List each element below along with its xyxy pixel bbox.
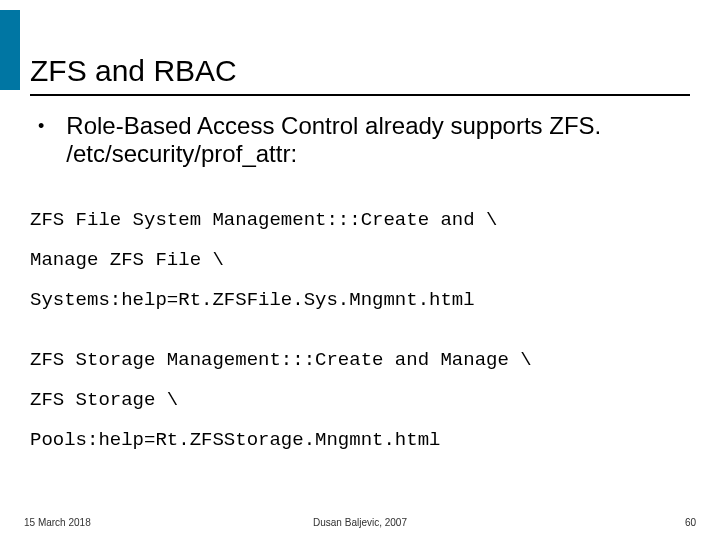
code-line: Manage ZFS File \ xyxy=(30,240,690,280)
bullet-dot-icon: • xyxy=(38,112,44,140)
code-line: Pools:help=Rt.ZFSStorage.Mngmnt.html xyxy=(30,420,690,460)
title-underline xyxy=(30,94,690,96)
slide-title: ZFS and RBAC xyxy=(30,54,237,88)
slide: ZFS and RBAC • Role-Based Access Control… xyxy=(0,0,720,540)
footer-author: Dusan Baljevic, 2007 xyxy=(313,517,407,528)
code-line: ZFS File System Management:::Create and … xyxy=(30,200,690,240)
code-block-storage: ZFS Storage Management:::Create and Mana… xyxy=(30,340,690,460)
code-block-filesystem: ZFS File System Management:::Create and … xyxy=(30,200,690,320)
footer-page-number: 60 xyxy=(685,517,696,528)
bullet-item: • Role-Based Access Control already supp… xyxy=(38,112,678,168)
code-line: ZFS Storage \ xyxy=(30,380,690,420)
accent-bar xyxy=(0,10,20,90)
bullet-text: Role-Based Access Control already suppor… xyxy=(66,112,678,168)
code-line: Systems:help=Rt.ZFSFile.Sys.Mngmnt.html xyxy=(30,280,690,320)
slide-footer: 15 March 2018 Dusan Baljevic, 2007 60 xyxy=(0,517,720,528)
footer-date: 15 March 2018 xyxy=(24,517,91,528)
code-line: ZFS Storage Management:::Create and Mana… xyxy=(30,340,690,380)
